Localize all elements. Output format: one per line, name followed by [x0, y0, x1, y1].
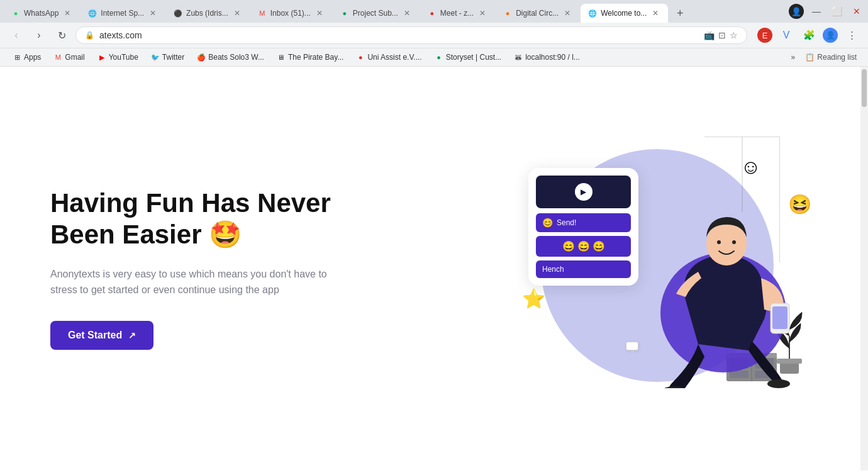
bookmark-localhost-label: localhost:90 / l... [525, 53, 580, 62]
tab-title-welcome: Welcome to... [601, 9, 647, 18]
forward-button[interactable]: › [30, 26, 48, 44]
profile-circle-icon[interactable]: 👤 [789, 4, 804, 19]
tab-favicon-digital: ● [503, 9, 512, 18]
new-tab-button[interactable]: + [671, 4, 689, 22]
address-bar: ‹ › ↻ 🔒 atexts.com 📺 ⊡ ☆ E V 🧩 👤 ⋮ [0, 23, 868, 48]
tab-title-whatsapp: WhatsApp [24, 9, 58, 18]
close-button[interactable]: ✕ [849, 4, 864, 19]
tab-favicon-whatsapp: ● [11, 9, 20, 18]
svg-rect-4 [772, 306, 787, 329]
bookmark-apps-label: Apps [24, 53, 41, 62]
scrollbar-thumb[interactable] [862, 69, 867, 107]
tab-title-meet: Meet - z... [440, 9, 474, 18]
page-content: Having Fun Has Never Been Easier 🤩 Anony… [0, 67, 868, 471]
bookmark-uni[interactable]: ● Uni Assist e.V.... [351, 51, 426, 64]
chat-emoji-1: 😄 [562, 240, 575, 252]
address-input-wrapper[interactable]: 🔒 atexts.com 📺 ⊡ ☆ [75, 26, 747, 44]
bookmark-beats[interactable]: 🍎 Beats Solo3 W... [192, 51, 269, 64]
tab-gmail[interactable]: M Inbox (51)... ✕ [250, 4, 332, 23]
bookmark-gmail[interactable]: M Gmail [48, 51, 89, 64]
bookmark-apps[interactable]: ⊞ Apps [8, 51, 46, 64]
localhost-favicon: 🦝 [514, 53, 523, 62]
bookmark-uni-label: Uni Assist e.V.... [367, 53, 421, 62]
tab-digital[interactable]: ● Digital Circ... ✕ [496, 4, 580, 23]
cast-icon[interactable]: 📺 [704, 30, 715, 40]
laugh-float-icon: 😆 [788, 193, 811, 215]
youtube-favicon: ▶ [97, 53, 106, 62]
tab-bar: ● WhatsApp ✕ 🌐 Internet Sp... ✕ ⚫ Zubs (… [0, 0, 868, 23]
tab-whatsapp[interactable]: ● WhatsApp ✕ [4, 4, 80, 23]
chat-emoji-3: 😄 [593, 240, 605, 252]
tab-github[interactable]: ⚫ Zubs (Idris... ✕ [166, 4, 250, 23]
tab-welcome[interactable]: 🌐 Welcome to... ✕ [581, 4, 668, 23]
bookmark-gmail-label: Gmail [65, 53, 84, 62]
chat-card: ▶ 😊 Send! 😄 😄 😄 Hench [528, 168, 638, 286]
vpn-icon[interactable]: V [777, 26, 795, 44]
svg-point-2 [767, 379, 790, 388]
storyset-favicon: ● [435, 53, 443, 62]
bookmark-twitter[interactable]: 🐦 Twitter [146, 51, 189, 64]
edge-icon[interactable]: E [757, 28, 772, 43]
tab-close-project[interactable]: ✕ [402, 8, 412, 18]
reading-list-button[interactable]: 📋 Reading list [801, 51, 860, 64]
chat-hench-label: Hench [542, 265, 564, 274]
chat-bubble-decoration [626, 342, 638, 350]
tab-close-meet[interactable]: ✕ [477, 8, 487, 18]
bookmark-localhost[interactable]: 🦝 localhost:90 / l... [509, 51, 585, 64]
chat-send-row: 😊 Send! [536, 213, 631, 232]
bookmarks-more-button[interactable]: » [787, 51, 799, 64]
extensions-icon[interactable]: 🧩 [800, 26, 818, 44]
tab-close-welcome[interactable]: ✕ [650, 8, 660, 18]
bookmark-storyset[interactable]: ● Storyset | Cust... [430, 51, 506, 64]
hero-subtext: Anonytexts is very easy to use which mea… [50, 266, 327, 298]
chat-emoji-send: 😊 [542, 218, 553, 228]
tab-meet[interactable]: ● Meet - z... ✕ [420, 4, 495, 23]
favorite-icon[interactable]: ☆ [730, 30, 738, 40]
hero-left: Having Fun Has Never Been Easier 🤩 Anony… [50, 187, 377, 350]
bookmark-youtube[interactable]: ▶ YouTube [92, 51, 143, 64]
chat-multi-emoji-row: 😄 😄 😄 [536, 236, 631, 257]
tab-close-digital[interactable]: ✕ [562, 8, 572, 18]
tab-project[interactable]: ● Project Sub... ✕ [333, 4, 420, 23]
menu-button[interactable]: ⋮ [843, 26, 860, 44]
get-started-label: Get Started [68, 330, 122, 341]
tab-close-internet[interactable]: ✕ [148, 8, 158, 18]
chat-hench-row: Hench [536, 260, 631, 278]
split-screen-icon[interactable]: ⊡ [718, 30, 726, 40]
twitter-favicon: 🐦 [151, 53, 160, 62]
get-started-button[interactable]: Get Started ↗ [50, 321, 153, 350]
star-float-icon: ⭐ [522, 288, 545, 310]
tab-favicon-meet: ● [428, 9, 437, 18]
beats-favicon: 🍎 [197, 53, 206, 62]
tab-title-github: Zubs (Idris... [186, 9, 228, 18]
reading-list-icon: 📋 [805, 53, 815, 62]
gmail-favicon: M [53, 53, 62, 62]
tab-favicon-project: ● [340, 9, 349, 18]
play-button-icon: ▶ [575, 183, 593, 201]
pirate-favicon: 🖥 [277, 53, 286, 62]
tab-internet[interactable]: 🌐 Internet Sp... ✕ [81, 4, 165, 23]
chat-send-label: Send! [557, 218, 576, 227]
apps-favicon: ⊞ [13, 53, 21, 62]
tab-close-github[interactable]: ✕ [232, 8, 242, 18]
tab-close-whatsapp[interactable]: ✕ [62, 8, 72, 18]
tab-close-gmail[interactable]: ✕ [314, 8, 325, 18]
smiley-float-icon: ☺ [740, 155, 761, 179]
address-display[interactable]: atexts.com [99, 30, 699, 40]
bookmark-youtube-label: YouTube [109, 53, 138, 62]
bookmark-pirate[interactable]: 🖥 The Pirate Bay... [272, 51, 348, 64]
back-button[interactable]: ‹ [8, 26, 25, 44]
bookmark-beats-label: Beats Solo3 W... [208, 53, 264, 62]
hero-illustration: ☺ 😆 ⭐ ▶ 😊 Send! 😄 😄 😄 [503, 137, 818, 401]
user-profile-icon[interactable]: 👤 [823, 28, 838, 43]
lock-icon: 🔒 [85, 31, 94, 40]
tab-bar-right-controls: 👤 — ⬜ ✕ [789, 4, 864, 23]
page-scrollbar[interactable] [860, 67, 868, 471]
tab-title-gmail: Inbox (51)... [270, 9, 311, 18]
bookmark-pirate-label: The Pirate Bay... [288, 53, 343, 62]
external-link-icon: ↗ [128, 330, 136, 340]
restore-button[interactable]: ⬜ [829, 4, 844, 19]
person-illustration [623, 174, 799, 388]
reload-button[interactable]: ↻ [53, 26, 70, 44]
minimize-button[interactable]: — [809, 4, 824, 19]
